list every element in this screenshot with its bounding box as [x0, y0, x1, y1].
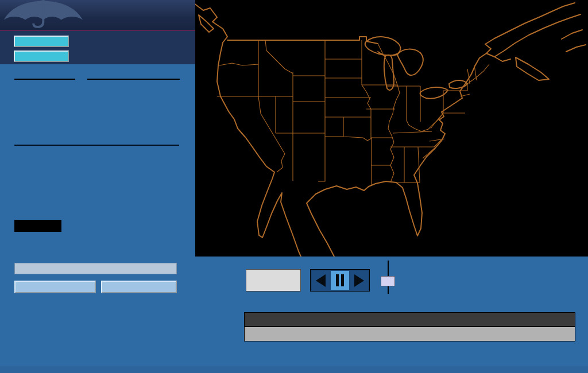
- playback-controls: [310, 269, 370, 292]
- day-calendar-grid: [14, 145, 179, 146]
- time-strip-hour-bar[interactable]: [244, 327, 575, 341]
- step-forward-button[interactable]: [350, 271, 368, 290]
- text-reports-button[interactable]: [14, 36, 69, 47]
- time-strip-history-bar[interactable]: [244, 312, 575, 327]
- forward-triangle-icon: [354, 274, 364, 287]
- subheader-band: [0, 31, 195, 64]
- map-state-borders: [217, 40, 489, 186]
- us-map[interactable]: [195, 0, 588, 257]
- show-history-toggle[interactable]: [246, 269, 301, 292]
- ping-project-app: [0, 0, 588, 373]
- step-back-button[interactable]: [312, 271, 330, 290]
- zoom-out-x2-button[interactable]: [101, 281, 177, 293]
- bottom-strip: [0, 366, 588, 373]
- umbrella-logo-icon: [0, 0, 92, 29]
- speed-slider-handle[interactable]: [381, 276, 395, 286]
- header-band: [0, 0, 195, 31]
- status-bar: [14, 263, 177, 274]
- zoom-out-full-button[interactable]: [14, 281, 96, 293]
- help-tutorial-button[interactable]: [14, 50, 69, 62]
- month-grid: [87, 79, 180, 80]
- year-grid: [14, 79, 75, 80]
- pause-button[interactable]: [331, 271, 349, 290]
- map-coastlines: [195, 3, 586, 257]
- pause-icon: [336, 274, 344, 286]
- back-triangle-icon: [316, 274, 326, 287]
- map-panel[interactable]: [195, 0, 588, 257]
- calendar-footer-block: [14, 220, 61, 232]
